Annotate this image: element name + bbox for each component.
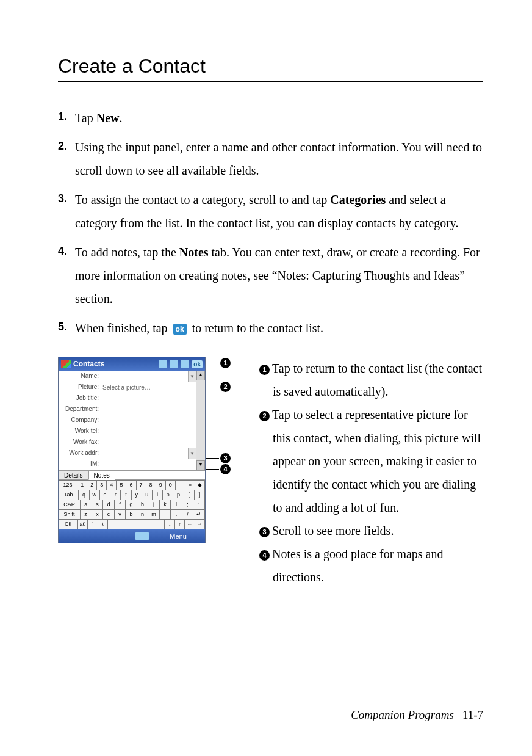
keyboard-key[interactable]: r (110, 490, 121, 500)
keyboard-key[interactable]: 5 (117, 481, 126, 490)
keyboard-key[interactable]: p (173, 490, 184, 500)
field-label-department: Department: (59, 404, 101, 415)
keyboard-key[interactable]: 0 (166, 481, 176, 490)
keyboard-key[interactable]: 123 (59, 481, 77, 490)
keyboard-key[interactable]: d (103, 500, 115, 510)
keyboard-key[interactable]: b (126, 510, 137, 520)
picture-field[interactable]: Select a picture… (101, 382, 196, 393)
keyboard-key[interactable]: Tab (59, 490, 79, 500)
keyboard-toggle-icon[interactable] (135, 532, 149, 540)
workaddr-field[interactable]: ▼ (101, 448, 196, 459)
tab-notes[interactable]: Notes (88, 471, 115, 480)
keyboard-key[interactable]: = (185, 481, 195, 490)
keyboard-key[interactable]: 8 (146, 481, 156, 490)
keyboard-key[interactable]: q (79, 490, 89, 500)
step-body: To add notes, tap the Notes tab. You can… (75, 241, 483, 310)
step-number: 5. (58, 316, 75, 340)
jobtitle-field[interactable] (101, 393, 196, 404)
keyboard-key[interactable]: x (92, 510, 104, 520)
keyboard-key[interactable]: h (137, 500, 149, 510)
keyboard-key[interactable]: ↓ (165, 520, 174, 529)
step-body: Using the input panel, enter a name and … (75, 136, 483, 182)
scroll-up-icon[interactable]: ▲ (196, 371, 205, 380)
keyboard-key[interactable]: y (132, 490, 142, 500)
keyboard-key[interactable]: e (100, 490, 110, 500)
keyboard-key[interactable]: 3 (97, 481, 107, 490)
scroll-track[interactable] (196, 380, 205, 460)
keyboard-key[interactable]: ◆ (195, 481, 205, 490)
keyboard-key[interactable]: 4 (107, 481, 117, 490)
scroll-down-icon[interactable]: ▼ (196, 460, 205, 470)
keyboard-key[interactable]: n (137, 510, 149, 520)
field-label-name: Name: (59, 371, 101, 382)
keyboard-key[interactable]: ` (88, 520, 98, 529)
volume-icon (181, 360, 189, 368)
keyboard-key[interactable]: 6 (126, 481, 136, 490)
keyboard-key[interactable]: / (182, 510, 194, 520)
keyboard-key[interactable]: a (81, 500, 92, 510)
keyboard-key[interactable]: [ (184, 490, 195, 500)
keyboard-key[interactable]: m (148, 510, 160, 520)
callout-legend: 1Tap to return to the contact list (the … (259, 357, 483, 589)
keyboard-key[interactable]: ; (182, 500, 194, 510)
keyboard-key[interactable]: k (160, 500, 171, 510)
keyboard-key[interactable]: - (176, 481, 185, 490)
keyboard-key[interactable]: Shift (59, 510, 81, 520)
keyboard-key[interactable]: ↵ (193, 510, 205, 520)
dropdown-icon[interactable]: ▼ (188, 371, 196, 382)
keyboard-key[interactable]: 7 (137, 481, 146, 490)
dropdown-icon[interactable]: ▼ (188, 448, 196, 459)
name-field[interactable]: ▼ (101, 371, 196, 382)
im-field[interactable] (101, 459, 196, 470)
keyboard-key[interactable]: g (126, 500, 137, 510)
keyboard-key[interactable]: ← (185, 520, 195, 529)
field-label-worktel: Work tel: (59, 426, 101, 437)
field-label-im: IM: (59, 459, 101, 470)
keyboard-key[interactable]: CAP (59, 500, 81, 510)
keyboard-key[interactable] (108, 520, 165, 529)
page-footer: Companion Programs11-7 (351, 708, 483, 722)
worktel-field[interactable] (101, 426, 196, 437)
callout-leader (206, 458, 219, 459)
keyboard-key[interactable]: ↑ (175, 520, 185, 529)
ok-button[interactable]: ok (192, 360, 203, 368)
scrollbar[interactable]: ▲ ▼ (196, 371, 205, 470)
onscreen-keyboard[interactable]: 1231234567890-=◆ Tabqwertyuiop[] CAPasdf… (59, 480, 205, 529)
keyboard-key[interactable]: . (171, 510, 182, 520)
keyboard-key[interactable]: ' (193, 500, 205, 510)
keyboard-key[interactable]: f (115, 500, 126, 510)
callout-marker-4: 4 (220, 464, 231, 474)
keyboard-key[interactable]: 1 (77, 481, 87, 490)
keyboard-key[interactable]: j (148, 500, 160, 510)
callout-marker-2: 2 (220, 382, 231, 392)
menu-button[interactable]: Menu (170, 532, 187, 540)
keyboard-key[interactable]: v (115, 510, 126, 520)
department-field[interactable] (101, 404, 196, 415)
keyboard-key[interactable]: 9 (156, 481, 166, 490)
start-flag-icon[interactable] (61, 360, 71, 368)
keyboard-key[interactable]: , (160, 510, 171, 520)
keyboard-key[interactable]: s (92, 500, 104, 510)
keyboard-key[interactable]: ] (195, 490, 205, 500)
keyboard-key[interactable]: l (171, 500, 182, 510)
workfax-field[interactable] (101, 437, 196, 448)
keyboard-key[interactable]: Ctl (59, 520, 78, 529)
keyboard-key[interactable]: t (121, 490, 131, 500)
step-number: 3. (58, 188, 75, 234)
pda-screenshot: Contacts ok Name: Picture: Job title: De… (58, 357, 206, 543)
keyboard-key[interactable]: i (153, 490, 163, 500)
keyboard-key[interactable]: áü (78, 520, 88, 529)
keyboard-key[interactable]: w (90, 490, 100, 500)
keyboard-key[interactable]: \ (98, 520, 108, 529)
keyboard-key[interactable]: 2 (87, 481, 97, 490)
callout-bullet-1: 1 (259, 365, 270, 375)
callout-leader (206, 363, 219, 363)
tab-details[interactable]: Details (59, 471, 88, 480)
keyboard-key[interactable]: c (103, 510, 115, 520)
company-field[interactable] (101, 415, 196, 426)
keyboard-key[interactable]: u (142, 490, 153, 500)
keyboard-key[interactable]: z (81, 510, 92, 520)
field-label-workfax: Work fax: (59, 437, 101, 448)
keyboard-key[interactable]: o (163, 490, 173, 500)
keyboard-key[interactable]: → (195, 520, 205, 529)
